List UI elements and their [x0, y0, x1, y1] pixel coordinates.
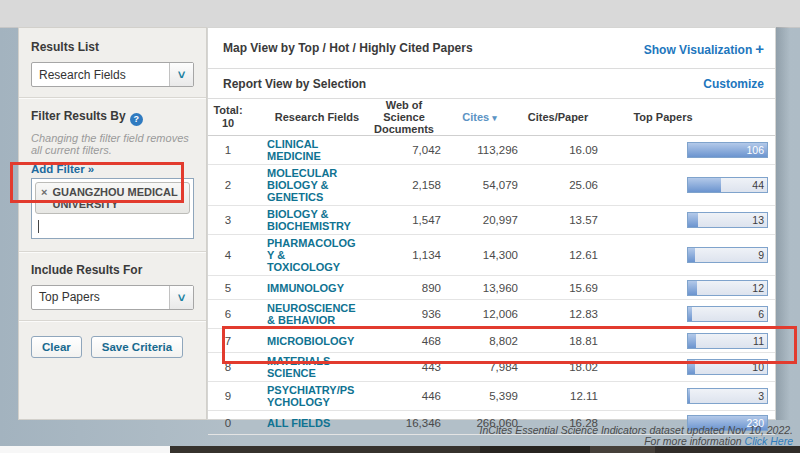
cites-value: 14,300: [441, 249, 518, 261]
column-header-cites-sort[interactable]: Cites ▾: [441, 111, 518, 123]
top-papers-bar-fill: [688, 178, 721, 192]
research-field-link[interactable]: PSYCHIATRY/PS YCHOLOGY: [267, 384, 367, 408]
cites-per-paper-value: 13.57: [518, 214, 598, 226]
table-row: 5IMMUNOLOGY89013,96015.6912: [208, 276, 775, 300]
column-header-cites-per-paper: Cites/Paper: [518, 111, 598, 123]
wos-documents-value: 1,134: [367, 249, 441, 261]
cites-per-paper-value: 12.61: [518, 249, 598, 261]
row-rank: 2: [208, 179, 248, 191]
add-filter-link[interactable]: Add Filter »: [31, 163, 194, 175]
results-list-section: Results List Research Fields ˅: [19, 28, 206, 97]
wos-documents-value: 890: [367, 282, 441, 294]
top-papers-bar: 10: [687, 359, 768, 375]
top-papers-value: 106: [746, 144, 764, 156]
wos-documents-value: 936: [367, 308, 441, 320]
filter-note: Changing the filter field removes all cu…: [31, 132, 194, 156]
incites-esi-page: Results List Research Fields ˅ Filter Re…: [0, 0, 800, 453]
results-list-dropdown[interactable]: Research Fields ˅: [31, 62, 194, 87]
column-header-wos-documents: Web of Science Documents: [367, 99, 441, 135]
filter-tag: × GUANGZHOU MEDICAL UNIVERSITY: [35, 182, 190, 214]
research-field-link[interactable]: ALL FIELDS: [267, 417, 367, 429]
include-results-label: Include Results For: [31, 263, 194, 277]
column-header-research-fields: Research Fields: [267, 111, 367, 123]
row-rank: 5: [208, 282, 248, 294]
row-rank: 6: [208, 308, 248, 320]
table-row: 7MICROBIOLOGY4688,80218.8111: [208, 329, 775, 353]
research-field-link[interactable]: BIOLOGY & BIOCHEMISTRY: [267, 208, 367, 232]
top-papers-value: 6: [758, 308, 764, 320]
top-papers-bar-fill: [688, 248, 695, 262]
row-rank: 0: [208, 417, 248, 429]
top-papers-bar-fill: [688, 281, 697, 295]
sort-down-icon: ▾: [492, 113, 497, 123]
top-papers-cell: 9: [687, 247, 768, 263]
cites-value: 20,997: [441, 214, 518, 226]
research-field-link[interactable]: MOLECULAR BIOLOGY & GENETICS: [267, 167, 367, 203]
top-papers-value: 9: [758, 249, 764, 261]
row-rank: 4: [208, 249, 248, 261]
top-papers-cell: 106: [687, 142, 768, 158]
table-body: 1CLINICAL MEDICINE7,042113,29616.091062M…: [208, 136, 775, 435]
cites-per-paper-value: 18.81: [518, 335, 598, 347]
table-row: 8MATERIALS SCIENCE4437,98418.0210: [208, 353, 775, 382]
cites-per-paper-value: 12.83: [518, 308, 598, 320]
customize-link[interactable]: Customize: [703, 77, 764, 91]
save-criteria-button[interactable]: Save Criteria: [91, 336, 183, 358]
report-view-bar: Report View by Selection Customize: [208, 69, 775, 99]
table-row: 1CLINICAL MEDICINE7,042113,29616.09106: [208, 136, 775, 165]
bottom-strip-segment: [480, 446, 590, 453]
top-papers-value: 13: [752, 214, 764, 226]
top-papers-cell: 11: [687, 333, 768, 349]
plus-icon: +: [755, 40, 764, 57]
help-icon[interactable]: ?: [130, 113, 143, 126]
remove-filter-icon[interactable]: ×: [41, 186, 47, 198]
cites-per-paper-value: 16.09: [518, 144, 598, 156]
research-field-link[interactable]: MATERIALS SCIENCE: [267, 355, 367, 379]
top-papers-value: 10: [752, 361, 764, 373]
table-row: 3BIOLOGY & BIOCHEMISTRY1,54720,99713.571…: [208, 206, 775, 235]
wos-documents-value: 7,042: [367, 144, 441, 156]
top-papers-cell: 10: [687, 359, 768, 375]
top-papers-bar-fill: [688, 389, 690, 403]
table-row: 6NEUROSCIENCE & BEHAVIOR93612,00612.836: [208, 300, 775, 329]
main-panel: Map View by Top / Hot / Highly Cited Pap…: [207, 27, 776, 420]
column-header-top-papers: Top Papers: [608, 111, 718, 123]
dataset-footer: InCites Essential Science Indicators dat…: [480, 425, 793, 447]
show-visualization-link[interactable]: Show Visualization+: [644, 40, 764, 57]
table-header-row: Total: 10 Research Fields Web of Science…: [208, 99, 775, 136]
cites-per-paper-value: 18.02: [518, 361, 598, 373]
research-field-link[interactable]: MICROBIOLOGY: [267, 335, 367, 347]
clear-button[interactable]: Clear: [31, 336, 82, 358]
top-papers-value: 11: [753, 335, 764, 347]
research-field-link[interactable]: PHARMACOLOG Y & TOXICOLOGY: [267, 237, 367, 273]
top-papers-bar: 3: [687, 388, 768, 404]
research-field-link[interactable]: NEUROSCIENCE & BEHAVIOR: [267, 302, 367, 326]
top-papers-cell: 6: [687, 306, 768, 322]
bottom-strip-segment: [655, 446, 800, 453]
cites-per-paper-value: 25.06: [518, 179, 598, 191]
top-papers-bar: 13: [687, 212, 768, 228]
row-rank: 1: [208, 144, 248, 156]
include-results-dropdown[interactable]: Top Papers ˅: [31, 285, 194, 310]
wos-documents-value: 468: [367, 335, 441, 347]
chevron-down-icon: ˅: [169, 63, 193, 86]
top-papers-bar: 12: [687, 280, 768, 296]
results-list-selected: Research Fields: [32, 63, 169, 86]
top-papers-value: 44: [752, 179, 764, 191]
map-view-bar: Map View by Top / Hot / Highly Cited Pap…: [208, 28, 775, 69]
research-field-link[interactable]: IMMUNOLOGY: [267, 282, 367, 294]
sidebar-buttons: Clear Save Criteria: [19, 322, 206, 372]
filter-results-by-label: Filter Results By?: [31, 109, 194, 126]
row-rank: 3: [208, 214, 248, 226]
sidebar: Results List Research Fields ˅ Filter Re…: [18, 27, 207, 420]
bottom-strip: [0, 446, 800, 453]
research-field-link[interactable]: CLINICAL MEDICINE: [267, 138, 367, 162]
top-papers-bar-fill: [688, 213, 698, 227]
cites-per-paper-value: 15.69: [518, 282, 598, 294]
filter-input[interactable]: × GUANGZHOU MEDICAL UNIVERSITY: [31, 178, 194, 239]
top-papers-bar-fill: [688, 334, 696, 348]
top-papers-cell: 3: [687, 388, 768, 404]
cites-value: 12,006: [441, 308, 518, 320]
row-rank: 9: [208, 390, 248, 402]
chevron-down-icon: ˅: [169, 286, 193, 309]
